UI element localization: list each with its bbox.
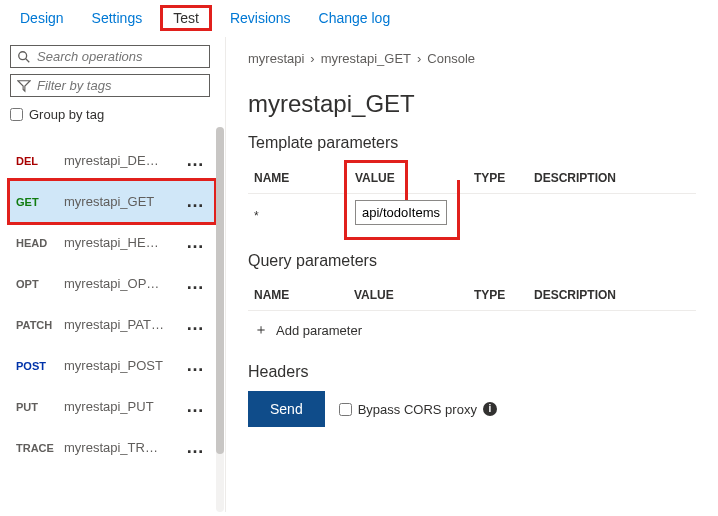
op-row-patch[interactable]: PATCH myrestapi_PAT… … xyxy=(10,304,214,345)
send-button[interactable]: Send xyxy=(248,391,325,427)
scroll-thumb[interactable] xyxy=(216,127,224,454)
verb-badge: DEL xyxy=(16,155,54,167)
verb-badge: PUT xyxy=(16,401,54,413)
more-icon[interactable]: … xyxy=(186,314,208,335)
verb-badge: HEAD xyxy=(16,237,54,249)
op-name: myrestapi_DE… xyxy=(64,153,176,168)
more-icon[interactable]: … xyxy=(186,437,208,458)
op-name: myrestapi_TR… xyxy=(64,440,176,455)
param-value-input[interactable] xyxy=(355,200,447,225)
op-row-get[interactable]: GET myrestapi_GET … xyxy=(7,178,217,225)
param-name: * xyxy=(248,194,348,239)
op-name: myrestapi_POST xyxy=(64,358,176,373)
op-row-put[interactable]: PUT myrestapi_PUT … xyxy=(10,386,214,427)
svg-line-1 xyxy=(26,58,30,62)
breadcrumb-item: Console xyxy=(427,51,475,66)
verb-badge: GET xyxy=(16,196,54,208)
more-icon[interactable]: … xyxy=(186,273,208,294)
op-name: myrestapi_PAT… xyxy=(64,317,176,332)
group-by-checkbox[interactable] xyxy=(10,108,23,121)
op-row-head[interactable]: HEAD myrestapi_HE… … xyxy=(10,222,214,263)
search-input[interactable] xyxy=(37,49,203,64)
add-parameter-button[interactable]: ＋ Add parameter xyxy=(248,311,696,349)
more-icon[interactable]: … xyxy=(186,396,208,417)
tab-design[interactable]: Design xyxy=(20,10,64,26)
bypass-label: Bypass CORS proxy xyxy=(358,402,477,417)
op-row-del[interactable]: DEL myrestapi_DE… … xyxy=(10,140,214,181)
more-icon[interactable]: … xyxy=(186,355,208,376)
top-tabs: Design Settings Test Revisions Change lo… xyxy=(0,0,718,36)
operations-list: DEL myrestapi_DE… … GET myrestapi_GET … … xyxy=(10,140,214,468)
op-name: myrestapi_OP… xyxy=(64,276,176,291)
add-parameter-label: Add parameter xyxy=(276,323,362,338)
op-name: myrestapi_PUT xyxy=(64,399,176,414)
chevron-right-icon: › xyxy=(417,51,421,66)
filter-icon xyxy=(17,79,31,93)
bypass-cors[interactable]: Bypass CORS proxy i xyxy=(339,402,497,417)
info-icon[interactable]: i xyxy=(483,402,497,416)
chevron-right-icon: › xyxy=(310,51,314,66)
bypass-checkbox[interactable] xyxy=(339,403,352,416)
op-row-trace[interactable]: TRACE myrestapi_TR… … xyxy=(10,427,214,468)
breadcrumb: myrestapi › myrestapi_GET › Console xyxy=(248,51,696,66)
op-row-opt[interactable]: OPT myrestapi_OP… … xyxy=(10,263,214,304)
op-name: myrestapi_HE… xyxy=(64,235,176,250)
col-type: TYPE xyxy=(468,280,528,311)
tab-test[interactable]: Test xyxy=(160,5,212,31)
tab-changelog[interactable]: Change log xyxy=(319,10,391,26)
col-value: VALUE xyxy=(348,280,468,311)
svg-marker-2 xyxy=(18,80,30,91)
more-icon[interactable]: … xyxy=(186,191,208,212)
verb-badge: PATCH xyxy=(16,319,54,331)
col-name: NAME xyxy=(248,280,348,311)
param-value-cell xyxy=(348,194,468,239)
more-icon[interactable]: … xyxy=(186,150,208,171)
section-query-params: Query parameters xyxy=(248,252,696,270)
verb-badge: POST xyxy=(16,360,54,372)
section-template-params: Template parameters xyxy=(248,134,696,152)
verb-badge: OPT xyxy=(16,278,54,290)
filter-tags[interactable] xyxy=(10,74,210,97)
param-type xyxy=(468,194,528,239)
more-icon[interactable]: … xyxy=(186,232,208,253)
col-name: NAME xyxy=(248,162,348,194)
query-params-table: NAME VALUE TYPE DESCRIPTION xyxy=(248,280,696,311)
tab-settings[interactable]: Settings xyxy=(92,10,143,26)
search-operations[interactable] xyxy=(10,45,210,68)
col-type: TYPE xyxy=(468,162,528,194)
param-description xyxy=(528,194,696,239)
tab-revisions[interactable]: Revisions xyxy=(230,10,291,26)
op-name: myrestapi_GET xyxy=(64,194,176,209)
table-row: * xyxy=(248,194,696,239)
col-description: DESCRIPTION xyxy=(528,162,696,194)
op-row-post[interactable]: POST myrestapi_POST … xyxy=(10,345,214,386)
filter-input[interactable] xyxy=(37,78,203,93)
search-icon xyxy=(17,50,31,64)
footer-row: Send Bypass CORS proxy i xyxy=(248,391,696,427)
page-title: myrestapi_GET xyxy=(248,90,696,118)
plus-icon: ＋ xyxy=(254,321,268,339)
breadcrumb-item[interactable]: myrestapi xyxy=(248,51,304,66)
col-description: DESCRIPTION xyxy=(528,280,696,311)
group-by-label: Group by tag xyxy=(29,107,104,122)
group-by-tag[interactable]: Group by tag xyxy=(10,107,214,122)
verb-badge: TRACE xyxy=(16,442,54,454)
template-params-table: NAME VALUE TYPE DESCRIPTION * xyxy=(248,162,696,238)
breadcrumb-item[interactable]: myrestapi_GET xyxy=(321,51,411,66)
main-panel: myrestapi › myrestapi_GET › Console myre… xyxy=(225,37,718,512)
section-headers: Headers xyxy=(248,363,696,381)
sidebar: Group by tag DEL myrestapi_DE… … GET myr… xyxy=(0,37,225,512)
sidebar-scrollbar[interactable] xyxy=(216,127,224,512)
svg-point-0 xyxy=(19,51,27,59)
